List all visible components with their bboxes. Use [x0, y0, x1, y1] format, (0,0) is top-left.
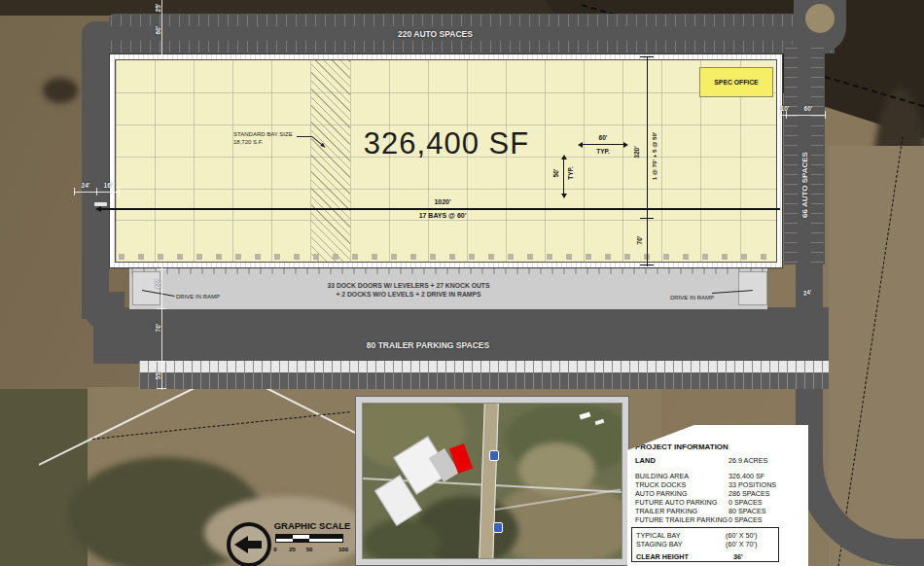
top-dim-line	[161, 0, 162, 54]
total-width-label: 1020'	[384, 197, 501, 206]
width-dim-line	[97, 208, 780, 210]
info-row-label: TRUCK DOCKS	[635, 480, 686, 489]
depth-dim-line	[647, 56, 648, 266]
total-depth-label: 320'	[632, 140, 641, 165]
info-row-value: 0 SPACES	[729, 515, 763, 524]
land-label: LAND	[635, 456, 656, 465]
parking-stall-ticks	[785, 47, 798, 263]
terrain-tree-spot	[43, 78, 78, 103]
scale-tick-0: 0	[269, 546, 281, 552]
left-lower-tick	[157, 308, 166, 309]
scale-bar-segment	[309, 535, 342, 539]
truck-court-aisle	[93, 307, 829, 364]
spec-office: SPEC OFFICE	[699, 67, 773, 97]
left-lower-tick	[157, 268, 166, 269]
clear-height-label: CLEAR HEIGHT	[636, 552, 689, 561]
map-interstate-shield	[493, 522, 503, 533]
info-row-label: BUILDING AREA	[635, 472, 689, 480]
parking-stall-ticks	[811, 47, 824, 263]
info-row-label: FUTURE AUTO PARKING	[635, 498, 717, 507]
dock-position-ticks	[131, 268, 765, 274]
spec-office-label: SPEC OFFICE	[714, 79, 758, 86]
bay-width-typ: TYP.	[585, 147, 622, 155]
scale-bar-segment	[293, 539, 309, 543]
dim-55-trailer: 55'	[154, 366, 161, 385]
depth-detail-label: 1 @ 70' + 5 @ 50'	[650, 116, 658, 197]
north-arrow-head	[234, 536, 248, 553]
dim-24-left: 24'	[76, 181, 95, 189]
standard-bay-line2: 18,720 S.F.	[233, 138, 293, 146]
map-trees	[363, 519, 441, 559]
ramp-right-label: DRIVE IN RAMP	[670, 295, 714, 301]
top-parking-label: 220 AUTO SPACES	[370, 28, 501, 39]
bay-depth-typ: TYP.	[566, 160, 574, 186]
trailer-stall-band-light	[139, 361, 829, 372]
info-row-label: AUTO PARKING	[635, 489, 688, 498]
left-dim-tick	[96, 188, 97, 195]
bay-width-value: 60'	[585, 133, 622, 141]
info-row-value: 326,400 SF	[729, 472, 764, 480]
project-info-panel: PROJECT INFORMATION LAND 26.9 ACRES BUIL…	[627, 425, 808, 566]
dim-70-aisle: 70'	[154, 318, 161, 337]
ramp-left-label: DRIVE IN RAMP	[176, 294, 220, 300]
north-arrow	[227, 522, 271, 566]
bay-info-box: TYPICAL BAY (60' X 50') STAGING BAY (60'…	[631, 527, 779, 562]
bay-depth-value: 50'	[551, 161, 559, 185]
depth-dim-tick-top	[640, 56, 654, 57]
scale-bar-segment	[276, 535, 293, 539]
scale-tick-100: 100	[333, 546, 354, 552]
info-row-label: TRAILER PARKING	[635, 507, 697, 515]
dock-doors-line1: 33 DOCK DOORS W/ LEVELERS + 27 KNOCK OUT…	[302, 281, 515, 290]
land-value: 26.9 ACRES	[729, 456, 767, 465]
standard-bay-note: STANDARD BAY SIZE 18,720 S.F.	[233, 130, 293, 146]
left-dim-tick	[74, 188, 75, 195]
bay-width-dim-line	[581, 144, 625, 145]
dim-16: 16'	[99, 181, 117, 189]
graphic-scale-group: GRAPHIC SCALE 0 25 50 100	[219, 515, 360, 566]
scale-bar	[275, 534, 343, 543]
top-auto-parking: 220 AUTO SPACES	[109, 14, 835, 53]
map-interstate-shield	[489, 450, 499, 461]
dim-60-apron: 60'	[154, 274, 161, 294]
dim-60-top: 60'	[154, 20, 161, 40]
staging-depth-label: 70'	[635, 231, 643, 249]
right-parking-label: 66 AUTO SPACES	[800, 131, 809, 238]
vicinity-map-image	[362, 403, 622, 559]
bays-label: 17 BAYS @ 60'	[384, 211, 501, 220]
dock-doors-line2: + 2 DOCKS W/O LEVELS + 2 DRIVE IN RAMPS	[302, 290, 515, 299]
depth-dim-tick-bottom	[640, 265, 654, 265]
bay-depth-arrow-top	[561, 155, 567, 159]
left-lower-tick	[157, 361, 166, 362]
parking-stall-ticks	[111, 41, 833, 53]
drive-in-ramp-right	[738, 271, 767, 305]
left-dim-tick	[119, 188, 120, 195]
building-footprint: SPEC OFFICE 326,400 SF STANDARD BAY SIZE…	[109, 53, 783, 268]
entrance-island	[805, 4, 835, 33]
bay-row-value: (60' X 50')	[726, 531, 757, 540]
bay-row-label: TYPICAL BAY	[636, 531, 681, 540]
scale-tick-25: 25	[286, 546, 299, 552]
bay-depth-arrow-bottom	[561, 194, 567, 198]
parking-stall-ticks	[111, 15, 833, 26]
depth-dim-tick-split	[640, 218, 654, 219]
graphic-scale-title: GRAPHIC SCALE	[269, 520, 355, 531]
dim-10: 10'	[777, 104, 793, 112]
dock-doors-note: 33 DOCK DOORS W/ LEVELERS + 27 KNOCK OUT…	[302, 281, 515, 301]
bay-row-label: STAGING BAY	[636, 540, 683, 548]
bay-width-arrow-left	[578, 142, 583, 148]
bay-row-value: (60' X 70')	[726, 540, 757, 548]
building-interior: SPEC OFFICE 326,400 SF STANDARD BAY SIZE…	[115, 59, 777, 263]
scale-tick-50: 50	[302, 546, 316, 552]
right-dim-tick	[779, 111, 780, 119]
right-dim-tick	[825, 111, 826, 119]
trailer-parking-label: 80 TRAILER PARKING SPACES	[321, 339, 535, 350]
building-area-label: 326,400 SF	[320, 126, 573, 161]
left-access-road	[82, 21, 109, 319]
info-row-value: 286 SPACES	[729, 489, 770, 498]
dim-25: 25'	[154, 0, 161, 18]
north-arrow-shaft	[248, 541, 262, 548]
vicinity-map	[355, 396, 629, 566]
info-row-value: 80 SPACES	[729, 507, 766, 515]
info-row-value: 33 POSITIONS	[729, 480, 776, 489]
site-plan-canvas: 220 AUTO SPACES 66 AUTO SPACES 80 TRAILE…	[0, 0, 924, 566]
